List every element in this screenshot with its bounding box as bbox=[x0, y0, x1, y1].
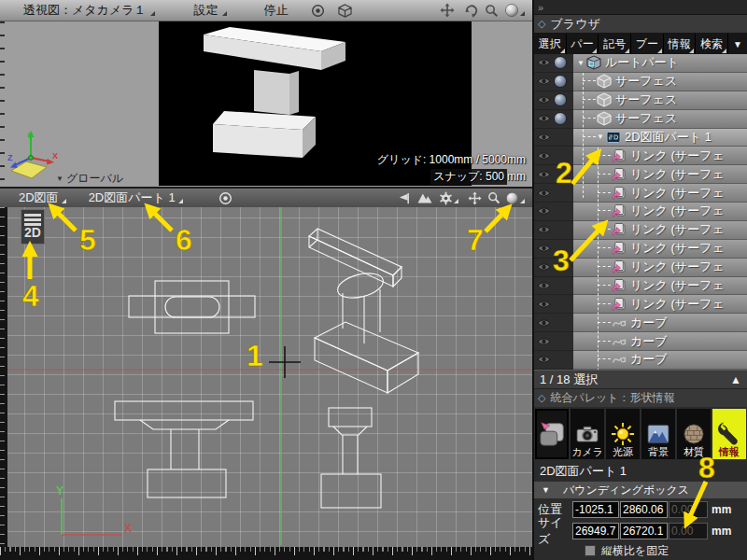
tree-row-body: リンク (サーフェ bbox=[573, 203, 747, 221]
eye-icon[interactable] bbox=[537, 262, 551, 272]
value-field[interactable]: 26720.1 bbox=[620, 523, 668, 539]
link-icon bbox=[612, 186, 627, 201]
cube-icon[interactable] bbox=[338, 4, 352, 18]
tool-button-sun[interactable]: 光源 bbox=[606, 409, 640, 459]
eye-icon[interactable] bbox=[537, 151, 551, 161]
tree-item[interactable]: サーフェス bbox=[534, 73, 747, 91]
tree-item[interactable]: リンク (サーフェ bbox=[534, 147, 747, 165]
target-icon[interactable] bbox=[311, 4, 325, 18]
render-flag-icon[interactable] bbox=[554, 75, 567, 88]
diamond-icon: ◇ bbox=[538, 392, 545, 404]
tree-connector bbox=[598, 155, 611, 157]
coordinate-mode-selector[interactable]: ▼ グローバル bbox=[56, 171, 123, 187]
zoom-icon[interactable] bbox=[487, 191, 500, 204]
shape-mode-button[interactable] bbox=[535, 409, 569, 459]
browser-tab-4[interactable]: ブー bbox=[631, 34, 663, 54]
eye-icon[interactable] bbox=[537, 206, 551, 216]
expander-icon[interactable]: ▼ bbox=[577, 59, 585, 67]
perspective-canvas[interactable]: Y X Z ▼ グローバル グリッド: 1000mm / 5000mm スナップ… bbox=[0, 21, 532, 188]
render-flag-icon[interactable] bbox=[554, 93, 567, 106]
collapse-tree-icon[interactable]: ▲ bbox=[730, 373, 741, 386]
zoom-icon[interactable] bbox=[485, 4, 499, 18]
part-menu[interactable]: 2D図面パート 1 bbox=[89, 189, 183, 206]
browser-header[interactable]: ◇ ブラウザ bbox=[534, 15, 747, 34]
expander-icon[interactable]: ▼ bbox=[597, 133, 604, 141]
perspective-titlebar: 透視図：メタカメラ１ 設定 停止 bbox=[0, 0, 532, 21]
eye-icon[interactable] bbox=[537, 355, 551, 364]
gear-icon[interactable] bbox=[439, 191, 458, 205]
tree-item[interactable]: サーフェス bbox=[534, 91, 747, 110]
eye-icon[interactable] bbox=[537, 189, 551, 198]
tree-item[interactable]: リンク (サーフェ bbox=[534, 203, 747, 221]
tree-row-body: リンク (サーフェ bbox=[573, 147, 747, 165]
pan-icon[interactable] bbox=[468, 191, 482, 205]
tree-item[interactable]: ▼ルートパート bbox=[534, 54, 747, 73]
selection-flag-icon[interactable] bbox=[397, 191, 411, 205]
browser-tabs: 選択パー記号ブー情報検索▼ bbox=[534, 34, 747, 54]
eye-icon[interactable] bbox=[537, 133, 551, 142]
value-field[interactable]: -1025.1 bbox=[572, 501, 619, 518]
render-flag-icon[interactable] bbox=[554, 56, 567, 69]
browser-tab-5[interactable]: 情報 bbox=[664, 34, 696, 54]
tree-item[interactable]: カーブ bbox=[534, 314, 747, 332]
tree-item[interactable]: カーブ bbox=[534, 351, 747, 370]
tabs-more-button[interactable]: ▼ bbox=[728, 34, 747, 54]
aspect-checkbox[interactable] bbox=[585, 545, 596, 556]
tree-item[interactable]: リンク (サーフェ bbox=[534, 165, 747, 184]
tree-item[interactable]: サーフェス bbox=[534, 110, 747, 129]
eye-icon[interactable] bbox=[537, 58, 551, 67]
value-field[interactable]: 26949.7 bbox=[572, 523, 619, 539]
value-field[interactable]: 2860.06 bbox=[620, 501, 668, 518]
background-view-icon[interactable] bbox=[417, 190, 432, 205]
eye-icon[interactable] bbox=[537, 318, 551, 328]
camera-menu[interactable]: 透視図：メタカメラ１ bbox=[23, 2, 155, 19]
stop-button[interactable]: 停止 bbox=[264, 2, 289, 19]
tree-item[interactable]: リンク (サーフェ bbox=[534, 277, 747, 296]
eye-icon[interactable] bbox=[537, 300, 551, 309]
eye-icon[interactable] bbox=[537, 337, 551, 346]
view-type-menu[interactable]: 2D図面 bbox=[19, 189, 66, 206]
tree-row-gutter bbox=[534, 54, 573, 73]
tool-button-camera[interactable]: カメラ bbox=[571, 409, 604, 459]
settings-menu[interactable]: 設定 bbox=[194, 2, 227, 19]
eye-icon[interactable] bbox=[537, 114, 551, 123]
eye-icon[interactable] bbox=[537, 281, 551, 290]
tree-item[interactable]: カーブ bbox=[534, 332, 747, 351]
tree-item[interactable]: リンク (サーフェ bbox=[534, 240, 747, 259]
tree-item[interactable]: ▼2D図面パート 1 bbox=[534, 129, 747, 147]
tool-label: カメラ bbox=[571, 446, 603, 458]
tool-button-wrench[interactable]: 情報 bbox=[712, 409, 746, 459]
view-2d-badge[interactable]: 2D bbox=[21, 209, 45, 245]
tree-row-body: カーブ bbox=[573, 332, 747, 351]
eye-icon[interactable] bbox=[537, 244, 551, 253]
tree-item[interactable]: リンク (サーフェ bbox=[534, 184, 747, 203]
browser-tab-3[interactable]: 記号 bbox=[599, 34, 630, 54]
display-mode-icon[interactable] bbox=[504, 3, 525, 18]
browser-tab-6[interactable]: 検索 bbox=[696, 34, 727, 54]
display-mode-icon[interactable] bbox=[505, 191, 525, 205]
eye-icon[interactable] bbox=[537, 170, 551, 179]
panel-collapse-strip[interactable]: » bbox=[534, 0, 747, 15]
tree-row-gutter bbox=[534, 110, 573, 129]
rotate-icon[interactable] bbox=[464, 3, 479, 18]
browser-tab-2[interactable]: パー bbox=[567, 34, 599, 54]
tree-item[interactable]: リンク (サーフェ bbox=[534, 295, 747, 314]
snap-value[interactable]: スナップ: 500 bbox=[430, 169, 507, 185]
palette-header[interactable]: ◇ 統合パレット：形状情報 bbox=[534, 388, 747, 407]
shape-icon bbox=[537, 419, 567, 449]
render-flag-icon[interactable] bbox=[554, 112, 567, 125]
cube-icon bbox=[597, 111, 612, 126]
tool-button-material[interactable]: 材質 bbox=[677, 409, 711, 459]
tool-button-bg[interactable]: 背景 bbox=[641, 409, 675, 459]
tree-connector bbox=[598, 285, 611, 287]
eye-icon[interactable] bbox=[537, 77, 551, 86]
drawing-canvas[interactable] bbox=[7, 207, 532, 547]
pan-icon[interactable] bbox=[440, 3, 455, 18]
browser-tab-1[interactable]: 選択 bbox=[534, 34, 566, 54]
tree-item[interactable]: リンク (サーフェ bbox=[534, 221, 747, 240]
target-icon[interactable] bbox=[218, 191, 233, 205]
tree-item[interactable]: リンク (サーフェ bbox=[534, 259, 747, 277]
eye-icon[interactable] bbox=[537, 95, 551, 105]
bounding-box-header[interactable]: ▼ バウンディングボックス bbox=[534, 482, 747, 498]
eye-icon[interactable] bbox=[537, 225, 551, 234]
